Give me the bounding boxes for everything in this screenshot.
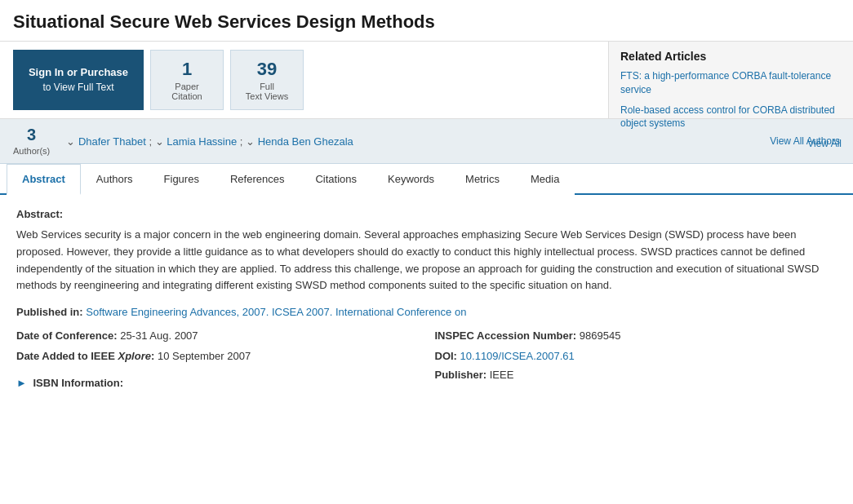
citation-label: PaperCitation <box>164 82 210 101</box>
tab-bar: Abstract Authors Figures References Cita… <box>0 164 853 195</box>
doi-link[interactable]: 10.1109/ICSEA.2007.61 <box>460 350 575 362</box>
tab-keywords[interactable]: Keywords <box>372 164 450 195</box>
metrics-bar: Sign In or Purchase to View Full Text 1 … <box>0 42 853 119</box>
tab-figures[interactable]: Figures <box>149 164 215 195</box>
published-in-label: Published in: <box>16 306 83 318</box>
author-2[interactable]: Lamia Hassine <box>167 135 237 148</box>
tab-media[interactable]: Media <box>515 164 575 195</box>
view-all-related[interactable]: View All <box>620 137 842 151</box>
related-article-1[interactable]: FTS: a high-performance CORBA fault-tole… <box>620 69 842 97</box>
isbn-toggle-icon[interactable]: ► <box>16 377 27 389</box>
tab-references[interactable]: References <box>215 164 300 195</box>
author-count-number: 3 <box>13 126 50 144</box>
author-count-box: 3 Author(s) <box>13 126 50 157</box>
isbn-publisher-row: ► ISBN Information: Publisher: IEEE <box>16 369 837 389</box>
date-added: Date Added to IEEE Xplore: 10 September … <box>16 350 419 362</box>
related-articles-heading: Related Articles <box>620 50 842 63</box>
sign-in-button[interactable]: Sign In or Purchase to View Full Text <box>13 50 144 110</box>
views-count: 39 <box>244 59 290 80</box>
author-3[interactable]: Henda Ben Ghezala <box>258 135 353 148</box>
page-title: Situational Secure Web Services Design M… <box>0 0 853 42</box>
tab-metrics[interactable]: Metrics <box>450 164 515 195</box>
metadata-grid: Date of Conference: 25-31 Aug. 2007 INSP… <box>16 329 837 362</box>
published-in-link[interactable]: Software Engineering Advances, 2007. ICS… <box>86 306 466 318</box>
tab-abstract[interactable]: Abstract <box>7 164 81 195</box>
tab-citations[interactable]: Citations <box>300 164 372 195</box>
abstract-heading: Abstract: <box>16 208 837 220</box>
author-1[interactable]: Dhafer Thabet <box>78 135 146 148</box>
inspec-number: INSPEC Accession Number: 9869545 <box>435 329 837 342</box>
paper-citation-box: 1 PaperCitation <box>150 50 224 110</box>
citation-count: 1 <box>164 59 210 80</box>
published-in: Published in: Software Engineering Advan… <box>16 306 837 318</box>
related-articles-panel: Related Articles FTS: a high-performance… <box>608 42 853 118</box>
doi: DOI: 10.1109/ICSEA.2007.61 <box>435 350 837 362</box>
tab-authors[interactable]: Authors <box>81 164 149 195</box>
isbn-info: ► ISBN Information: <box>16 377 419 389</box>
publisher: Publisher: IEEE <box>435 369 837 389</box>
views-label: FullText Views <box>244 82 290 101</box>
abstract-text: Web Services security is a major concern… <box>16 227 837 294</box>
content-area: Abstract: Web Services security is a maj… <box>0 195 853 402</box>
date-conference: Date of Conference: 25-31 Aug. 2007 <box>16 329 419 342</box>
author-count-label: Author(s) <box>13 146 50 156</box>
related-article-2[interactable]: Role-based access control for CORBA dist… <box>620 104 842 131</box>
full-text-views-box: 39 FullText Views <box>230 50 304 110</box>
